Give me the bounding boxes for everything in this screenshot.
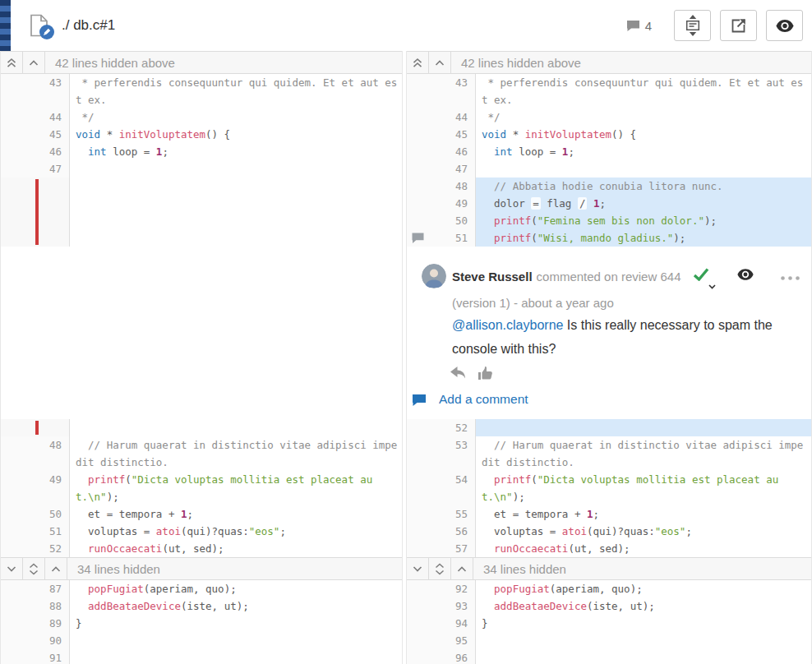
- add-comment-button[interactable]: Add a comment: [412, 392, 528, 407]
- code-text: */: [70, 108, 402, 126]
- comment-gutter: [407, 143, 428, 160]
- comment-more-actions-button[interactable]: [781, 269, 800, 284]
- line-number[interactable]: 51: [22, 523, 69, 540]
- code-line: 49 dolor = flag / 1;: [407, 195, 811, 212]
- resolve-comment-button[interactable]: [693, 268, 709, 284]
- code-text: [70, 649, 402, 664]
- line-number[interactable]: [428, 488, 475, 505]
- code-text: voluptas = atoi(qui)?quas:"eos";: [476, 523, 811, 540]
- code-line: 44 */: [1, 108, 402, 126]
- code-line: 52 runOccaecati(ut, sed);: [1, 540, 402, 557]
- comment-count-badge[interactable]: 4: [626, 19, 652, 33]
- line-number[interactable]: 45: [428, 126, 475, 143]
- code-text: printf("Dicta voluptas mollitia est plac…: [476, 471, 811, 488]
- line-number[interactable]: 48: [22, 436, 69, 454]
- line-number[interactable]: 95: [428, 632, 475, 649]
- line-number[interactable]: 47: [22, 160, 69, 178]
- line-number[interactable]: 54: [428, 471, 475, 488]
- line-number[interactable]: [428, 454, 475, 471]
- unfold-icon[interactable]: [429, 558, 451, 579]
- line-number[interactable]: 93: [428, 597, 475, 615]
- code-line: 43 * perferendis consequuntur qui quidem…: [1, 74, 402, 91]
- chevron-up-icon[interactable]: [23, 52, 45, 73]
- line-number[interactable]: 96: [428, 649, 475, 664]
- line-number-gutter: 49: [1, 471, 70, 488]
- code-line: 91: [1, 649, 402, 664]
- avatar[interactable]: [422, 264, 446, 288]
- code-line: 48 // Harum quaerat in distinctio vitae …: [1, 436, 402, 454]
- line-number[interactable]: 52: [428, 419, 475, 436]
- expand-collapse-sections-button[interactable]: [674, 10, 711, 41]
- code-text: t ex.: [476, 91, 811, 108]
- line-number[interactable]: [428, 91, 475, 108]
- double-chevron-up-icon[interactable]: [1, 52, 23, 73]
- line-number[interactable]: 94: [428, 615, 475, 632]
- line-number[interactable]: 49: [428, 195, 475, 212]
- line-number[interactable]: 57: [428, 540, 475, 557]
- add-comment-label: Add a comment: [439, 392, 528, 407]
- line-number[interactable]: 53: [428, 436, 475, 454]
- mark-as-read-button[interactable]: [766, 10, 803, 41]
- line-number[interactable]: 47: [428, 160, 475, 178]
- double-chevron-up-icon[interactable]: [407, 52, 429, 73]
- line-number[interactable]: 46: [428, 143, 475, 160]
- ellipsis-icon: [781, 276, 800, 280]
- line-number[interactable]: 44: [22, 108, 69, 126]
- comment-gutter: [407, 632, 428, 649]
- line-number[interactable]: [22, 488, 69, 505]
- comment-gutter: [1, 454, 22, 471]
- line-number[interactable]: 48: [428, 178, 475, 195]
- unfold-icon[interactable]: [23, 558, 45, 579]
- line-number[interactable]: 43: [22, 74, 69, 91]
- line-number[interactable]: 88: [22, 597, 69, 615]
- chevron-down-icon[interactable]: [1, 558, 23, 579]
- open-in-new-window-button[interactable]: [720, 10, 757, 41]
- line-number[interactable]: 56: [428, 523, 475, 540]
- line-number[interactable]: 55: [428, 505, 475, 523]
- comment-author[interactable]: Steve Russell: [452, 270, 533, 284]
- line-number[interactable]: [22, 454, 69, 471]
- code-text: runOccaecati(ut, sed);: [476, 540, 811, 557]
- line-comment-indicator[interactable]: [407, 229, 428, 247]
- code-text: printf("Femina sem bis non dolor.");: [476, 212, 811, 229]
- comment-gutter: [1, 436, 22, 454]
- line-number[interactable]: 90: [22, 632, 69, 649]
- reply-button[interactable]: [450, 367, 466, 383]
- line-number-gutter: 89: [1, 615, 70, 632]
- code-line: 90: [1, 632, 402, 649]
- code-text: [476, 649, 811, 664]
- chevron-up-icon[interactable]: [45, 558, 67, 579]
- comment-gutter: [407, 454, 428, 471]
- line-number[interactable]: 49: [22, 471, 69, 488]
- code-text: printf("Wisi, mando gladius.");: [476, 229, 811, 247]
- comment-gutter: [1, 488, 22, 505]
- line-number[interactable]: 50: [22, 505, 69, 523]
- chevron-down-icon[interactable]: [407, 558, 429, 579]
- line-number[interactable]: 52: [22, 540, 69, 557]
- line-number[interactable]: 87: [22, 580, 69, 597]
- line-number-gutter: 45: [1, 126, 70, 143]
- line-number[interactable]: 46: [22, 143, 69, 160]
- like-button[interactable]: [478, 367, 492, 383]
- chevron-up-icon[interactable]: [451, 558, 473, 579]
- mark-comment-read-button[interactable]: [737, 269, 754, 284]
- code-text: [70, 160, 402, 178]
- line-number-gutter: 44: [1, 108, 70, 126]
- line-number[interactable]: 43: [428, 74, 475, 91]
- line-number[interactable]: 92: [428, 580, 475, 597]
- line-number-gutter: 50: [1, 505, 70, 523]
- line-number[interactable]: 45: [22, 126, 69, 143]
- code-line: 50 et = tempora + 1;: [1, 505, 402, 523]
- chevron-up-icon[interactable]: [429, 52, 451, 73]
- line-number[interactable]: 51: [428, 229, 475, 247]
- line-number[interactable]: 91: [22, 649, 69, 664]
- line-number[interactable]: 44: [428, 108, 475, 126]
- line-number-gutter: 48: [407, 178, 476, 195]
- line-number[interactable]: 89: [22, 615, 69, 632]
- mention-link[interactable]: @allison.clayborne: [452, 318, 563, 332]
- line-number-gutter: 95: [407, 632, 476, 649]
- code-text: t.\n");: [70, 488, 402, 505]
- line-number-gutter: 53: [407, 436, 476, 454]
- line-number[interactable]: 50: [428, 212, 475, 229]
- line-number[interactable]: [22, 91, 69, 108]
